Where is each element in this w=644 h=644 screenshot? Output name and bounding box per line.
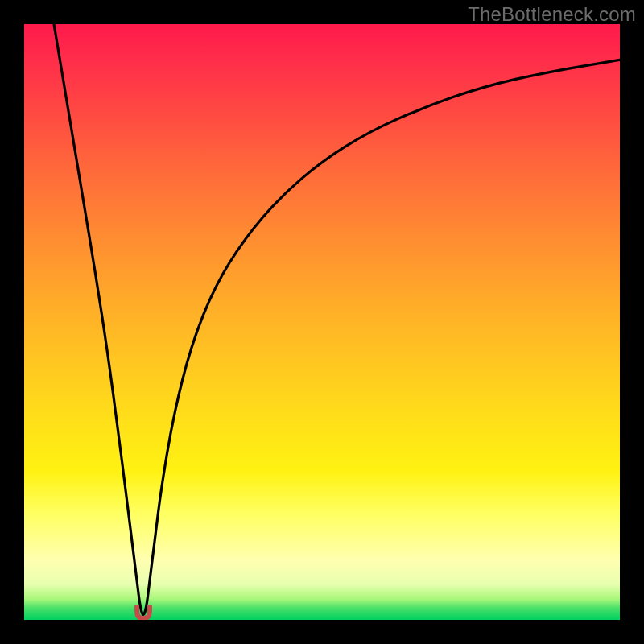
- plot-area: [24, 24, 620, 620]
- watermark-text: TheBottleneck.com: [468, 3, 636, 26]
- chart-frame: TheBottleneck.com: [0, 0, 644, 644]
- bottleneck-curve: [24, 24, 620, 620]
